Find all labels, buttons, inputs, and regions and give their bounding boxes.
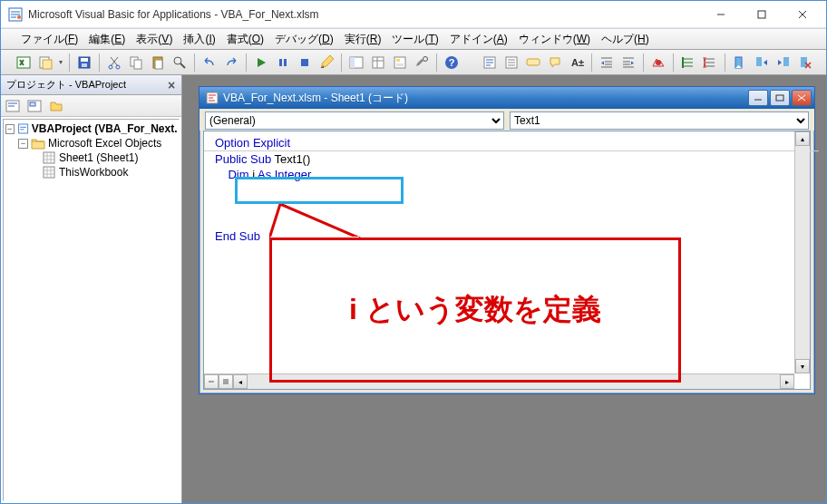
minimize-button[interactable] [700, 2, 741, 27]
uncomment-block-icon[interactable] [700, 53, 720, 73]
undo-icon[interactable] [199, 53, 219, 73]
workbook-icon [42, 165, 56, 179]
toolbar-grip[interactable] [6, 53, 10, 72]
run-icon[interactable] [251, 53, 271, 73]
menu-run[interactable]: 実行(R) [339, 29, 387, 50]
copy-icon[interactable] [126, 53, 146, 73]
quick-info-icon[interactable] [523, 53, 543, 73]
code-module-icon [205, 91, 219, 105]
svg-rect-45 [776, 95, 783, 101]
parameter-info-icon[interactable] [545, 53, 565, 73]
help-icon[interactable]: ? [442, 53, 462, 73]
toolbox-icon[interactable] [412, 53, 432, 73]
view-object-icon[interactable] [24, 96, 44, 116]
design-mode-icon[interactable] [316, 53, 336, 73]
project-explorer-close-button[interactable]: × [163, 77, 180, 93]
svg-point-1 [17, 15, 21, 19]
paste-icon[interactable] [148, 53, 168, 73]
svg-rect-14 [155, 60, 162, 69]
maximize-button[interactable] [741, 2, 782, 27]
svg-rect-24 [396, 63, 404, 66]
svg-rect-7 [81, 58, 88, 62]
bookmark-next-icon[interactable] [752, 53, 772, 73]
menu-file[interactable]: ファイル(F) [15, 29, 83, 50]
tree-folder: Microsoft Excel Objects [48, 137, 161, 150]
project-explorer-titlebar: プロジェクト - VBAProject × [1, 75, 181, 95]
close-button[interactable] [782, 2, 822, 27]
menu-debug[interactable]: デバッグ(D) [269, 29, 339, 50]
menu-edit[interactable]: 編集(E) [83, 29, 131, 50]
redo-icon[interactable] [221, 53, 241, 73]
code-window-title: VBA_For_Next.xlsm - Sheet1 (コード) [223, 91, 746, 106]
bookmark-toggle-icon[interactable] [730, 53, 750, 73]
vertical-scrollbar[interactable]: ▴ ▾ [794, 131, 810, 373]
object-dropdown[interactable]: (General) [205, 111, 504, 130]
svg-rect-20 [350, 57, 355, 68]
procedure-dropdown[interactable]: Text1 [510, 111, 809, 130]
code-editor[interactable]: Option Explicit Public Sub Text1() Dim i… [204, 131, 810, 389]
expander-icon[interactable]: − [5, 124, 15, 134]
toolbar-grip-2[interactable] [472, 53, 476, 72]
menu-window[interactable]: ウィンドウ(W) [513, 29, 596, 50]
full-module-view-icon[interactable] [219, 374, 233, 389]
list-properties-icon[interactable] [480, 53, 500, 73]
svg-rect-37 [801, 57, 807, 67]
horizontal-scrollbar[interactable]: ◂ ▸ [204, 373, 794, 389]
code-window: VBA_For_Next.xlsm - Sheet1 (コード) (Genera… [199, 86, 815, 394]
menu-insert[interactable]: 挿入(I) [178, 29, 220, 50]
svg-rect-3 [17, 57, 30, 68]
scroll-up-icon[interactable]: ▴ [795, 131, 810, 146]
complete-word-icon[interactable]: A± [567, 53, 587, 73]
bookmark-clear-icon[interactable] [795, 53, 815, 73]
vba-app-icon [8, 7, 23, 22]
expander-icon[interactable]: − [18, 139, 28, 149]
menu-addins[interactable]: アドイン(A) [444, 29, 513, 50]
indent-icon[interactable] [597, 53, 617, 73]
procedure-view-icon[interactable] [204, 374, 219, 389]
project-explorer-icon[interactable] [346, 53, 366, 73]
code-window-titlebar[interactable]: VBA_For_Next.xlsm - Sheet1 (コード) [199, 87, 814, 109]
list-constants-icon[interactable] [501, 53, 521, 73]
find-icon[interactable] [170, 53, 190, 73]
svg-rect-21 [373, 57, 384, 68]
svg-rect-23 [396, 59, 400, 62]
svg-rect-16 [279, 59, 282, 66]
svg-rect-33 [682, 57, 684, 68]
toolbar: ▾ ? A± [1, 50, 826, 75]
menubar-grip[interactable] [8, 31, 12, 47]
svg-rect-5 [43, 60, 52, 69]
object-browser-icon[interactable] [390, 53, 410, 73]
save-icon[interactable] [74, 53, 94, 73]
titlebar: Microsoft Visual Basic for Applications … [1, 1, 826, 28]
reset-icon[interactable] [295, 53, 315, 73]
code-window-close-button[interactable] [792, 90, 812, 106]
code-window-maximize-button[interactable] [770, 90, 790, 106]
folder-icon [31, 136, 45, 150]
outdent-icon[interactable] [618, 53, 638, 73]
comment-block-icon[interactable] [678, 53, 698, 73]
insert-module-icon[interactable] [35, 53, 55, 73]
svg-rect-18 [301, 59, 308, 66]
code-window-minimize-button[interactable] [748, 90, 768, 106]
tree-project-root: VBAProject (VBA_For_Next.xlsm) [32, 122, 177, 135]
menu-view[interactable]: 表示(V) [131, 29, 178, 50]
project-tree[interactable]: − VBAProject (VBA_For_Next.xlsm) − Micro… [3, 119, 180, 501]
view-code-icon[interactable] [3, 96, 23, 116]
menu-format[interactable]: 書式(O) [221, 29, 269, 50]
scroll-left-icon[interactable]: ◂ [233, 374, 248, 389]
cut-icon[interactable] [104, 53, 124, 73]
break-icon[interactable] [273, 53, 293, 73]
mdi-area: VBA_For_Next.xlsm - Sheet1 (コード) (Genera… [182, 75, 826, 503]
menu-help[interactable]: ヘルプ(H) [596, 29, 655, 50]
view-excel-icon[interactable] [14, 53, 34, 73]
breakpoint-icon[interactable] [648, 53, 668, 73]
scroll-down-icon[interactable]: ▾ [795, 359, 810, 373]
menu-tools[interactable]: ツール(T) [386, 29, 443, 50]
toggle-folders-icon[interactable] [46, 96, 66, 116]
properties-icon[interactable] [368, 53, 388, 73]
scroll-right-icon[interactable]: ▸ [780, 374, 794, 389]
bookmark-prev-icon[interactable] [773, 53, 793, 73]
svg-rect-43 [44, 167, 54, 178]
tree-workbook: ThisWorkbook [59, 166, 128, 179]
dropdown-arrow-icon[interactable]: ▾ [57, 58, 64, 66]
